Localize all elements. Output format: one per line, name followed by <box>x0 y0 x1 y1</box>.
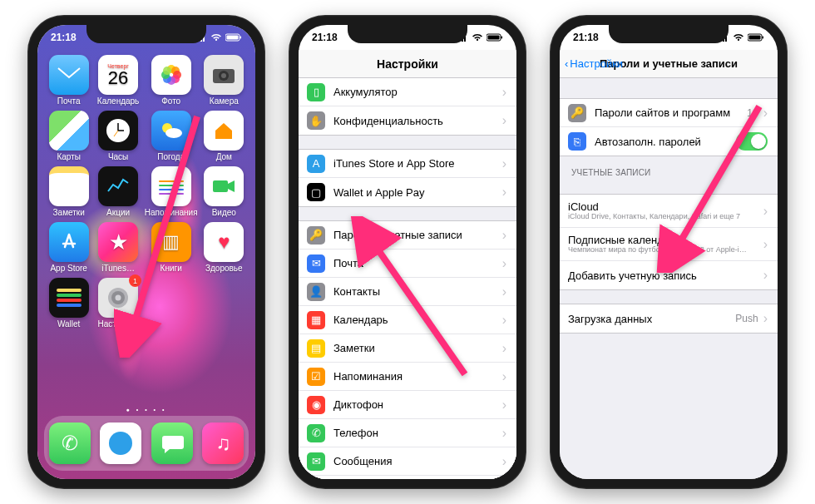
reminders-icon <box>151 166 191 206</box>
svg-rect-3 <box>57 66 82 84</box>
video-icon <box>204 166 244 206</box>
stocks-icon <box>98 166 138 206</box>
row-label: Добавить учетную запись <box>568 269 758 282</box>
settings-row[interactable]: ✉Сообщения› <box>299 447 516 476</box>
chevron-right-icon: › <box>763 268 768 283</box>
app-cal[interactable]: Четверг26Календарь <box>95 55 141 106</box>
app-health[interactable]: ♥Здоровье <box>201 222 247 273</box>
settings-row[interactable]: 👤Контакты› <box>299 278 516 306</box>
app-label: Wallet <box>57 319 80 329</box>
app-label: Фото <box>161 96 180 106</box>
app-label: Здоровье <box>205 264 243 273</box>
row-autofill-passwords[interactable]: ⎘ Автозаполн. паролей <box>560 127 778 156</box>
maps-icon <box>49 111 89 151</box>
chevron-right-icon: › <box>502 256 506 271</box>
app-books[interactable]: ▥Книги <box>145 222 198 273</box>
settings-row[interactable]: ✆Телефон› <box>299 419 516 447</box>
battery-icon <box>487 33 503 42</box>
settings-row[interactable]: ▦Календарь› <box>299 306 516 334</box>
app-camera[interactable]: Камера <box>201 55 247 106</box>
dock-phone[interactable]: ✆ <box>49 422 91 464</box>
dock-messages[interactable] <box>151 422 193 464</box>
chevron-right-icon: › <box>502 398 506 413</box>
account-row[interactable]: Подписные календариЧемпионат мира по фут… <box>560 228 778 261</box>
app-weather[interactable]: Погода <box>145 111 198 161</box>
app-photos[interactable]: Фото <box>145 55 198 106</box>
wallet-icon <box>49 278 89 318</box>
chevron-right-icon: › <box>502 341 506 356</box>
notes-icon <box>49 166 89 206</box>
settings-row[interactable]: ▢FaceTime› <box>299 476 516 479</box>
cal-icon: Четверг26 <box>98 55 138 95</box>
settings-row[interactable]: ✋Конфиденциальность› <box>299 106 516 135</box>
app-clock[interactable]: Часы <box>95 111 141 161</box>
settings-row[interactable]: ◉Диктофон› <box>299 391 516 419</box>
app-label: Акции <box>106 208 130 217</box>
settings-icon: 1 <box>98 278 138 318</box>
row-subtitle: iCloud Drive, Контакты, Календари, Safar… <box>568 213 758 221</box>
app-label: Напоминания <box>145 208 198 217</box>
app-label: iTunes… <box>101 264 135 273</box>
row-icon: ◉ <box>307 396 325 414</box>
section-header-accounts: УЧЕТНЫЕ ЗАПИСИ <box>560 156 778 180</box>
row-website-passwords[interactable]: 🔑 Пароли сайтов и программ 10 › <box>560 99 778 127</box>
badge: 1 <box>129 274 141 287</box>
app-home[interactable]: Дом <box>201 111 247 161</box>
app-appstore[interactable]: App Store <box>46 222 91 273</box>
settings-row[interactable]: ▯Аккумулятор› <box>299 78 516 106</box>
row-fetch-data[interactable]: Загрузка данных Push › <box>560 304 778 333</box>
row-icon: ✉ <box>307 254 325 273</box>
chevron-right-icon: › <box>502 85 506 100</box>
svg-point-27 <box>109 432 132 455</box>
mail-icon <box>49 55 89 95</box>
row-icon: ▯ <box>307 83 325 101</box>
settings-row[interactable]: ✉Почта› <box>299 250 516 278</box>
svg-rect-21 <box>213 180 228 192</box>
app-label: Настройки <box>98 319 139 329</box>
app-video[interactable]: Видео <box>201 166 247 217</box>
row-icon: ▢ <box>307 183 325 201</box>
row-label: Напоминания <box>333 370 497 383</box>
health-icon: ♥ <box>204 222 244 262</box>
row-icon: ☑ <box>307 368 325 386</box>
app-itunes[interactable]: ★iTunes… <box>95 222 141 273</box>
app-label: Книги <box>161 264 182 273</box>
app-notes[interactable]: Заметки <box>46 166 91 217</box>
autofill-toggle[interactable] <box>736 132 768 151</box>
row-label: Календарь <box>333 314 497 326</box>
svg-rect-2 <box>240 37 242 39</box>
photos-icon <box>151 55 191 95</box>
app-maps[interactable]: Карты <box>46 111 91 161</box>
app-reminders[interactable]: Напоминания <box>145 166 198 217</box>
settings-row[interactable]: ▤Заметки› <box>299 334 516 363</box>
chevron-right-icon: › <box>763 311 768 326</box>
app-stocks[interactable]: Акции <box>95 166 141 217</box>
dock-safari[interactable] <box>100 422 141 464</box>
account-row[interactable]: Добавить учетную запись› <box>560 261 778 289</box>
settings-row[interactable]: AiTunes Store и App Store› <box>299 150 516 178</box>
svg-rect-1 <box>227 36 239 40</box>
back-button[interactable]: ‹ Настройки <box>565 57 623 70</box>
chevron-right-icon: › <box>763 106 768 121</box>
dock: ✆♫ <box>44 416 249 471</box>
svg-rect-37 <box>763 37 764 39</box>
row-icon: ✋ <box>307 111 325 130</box>
svg-rect-32 <box>488 36 500 40</box>
app-wallet[interactable]: Wallet <box>46 278 91 329</box>
account-row[interactable]: iCloudiCloud Drive, Контакты, Календари,… <box>560 195 778 228</box>
settings-row[interactable]: ▢Wallet и Apple Pay› <box>299 178 516 206</box>
settings-row[interactable]: ☑Напоминания› <box>299 363 516 391</box>
row-label: Сообщения <box>333 455 497 467</box>
app-mail[interactable]: Почта <box>46 55 91 106</box>
app-settings[interactable]: 1Настройки <box>95 278 141 329</box>
settings-row[interactable]: 🔑Пароли и учетные записи› <box>299 221 516 250</box>
notch <box>348 25 467 43</box>
row-label: Заметки <box>333 342 497 354</box>
app-label: Часы <box>108 152 128 161</box>
row-label: Wallet и Apple Pay <box>333 186 497 199</box>
home-icon <box>204 111 244 151</box>
row-icon: ▦ <box>307 311 325 329</box>
dock-music[interactable]: ♫ <box>202 422 244 464</box>
navbar: Настройки <box>299 50 516 78</box>
row-icon: 👤 <box>307 283 325 301</box>
